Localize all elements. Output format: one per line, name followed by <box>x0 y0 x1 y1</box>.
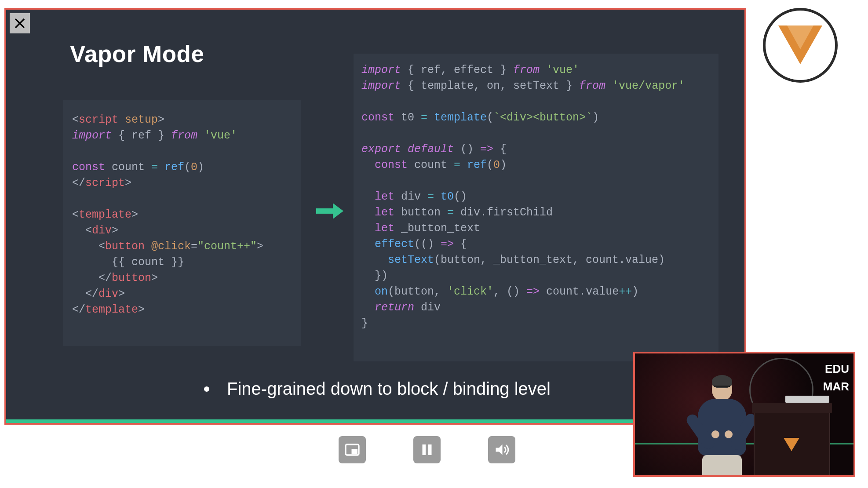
volume-icon <box>494 442 510 458</box>
pause-button[interactable] <box>413 436 441 463</box>
close-icon <box>13 17 26 30</box>
svg-rect-2 <box>316 208 333 214</box>
arrow-icon <box>316 202 343 222</box>
bullet-dot-icon <box>204 386 209 392</box>
pip-icon <box>344 442 360 458</box>
slide-title: Vapor Mode <box>70 40 204 67</box>
pip-podium <box>754 411 830 477</box>
progress-fill <box>6 419 656 423</box>
code-panel-compiled: import { ref, effect } from 'vue' import… <box>354 54 718 361</box>
vue-logo-icon <box>778 25 822 65</box>
pip-toggle-button[interactable] <box>339 436 366 463</box>
pause-icon <box>419 442 435 458</box>
vue-logo-badge <box>763 8 838 83</box>
svg-rect-10 <box>428 444 432 455</box>
slide-bullet-text: Fine-grained down to block / binding lev… <box>227 379 551 399</box>
vue-logo-small-icon <box>784 438 799 452</box>
pip-label-1: EDU <box>825 362 849 376</box>
speaker-camera-pip[interactable]: EDU MAR <box>633 352 855 477</box>
pip-label-2: MAR <box>823 380 849 393</box>
svg-marker-3 <box>333 203 343 219</box>
svg-marker-6 <box>784 438 799 451</box>
media-controls <box>339 436 515 463</box>
close-button[interactable] <box>10 13 30 33</box>
code-panel-source: <script setup> import { ref } from 'vue'… <box>63 100 301 346</box>
volume-button[interactable] <box>488 436 515 463</box>
pip-speaker-figure <box>696 378 748 477</box>
svg-rect-8 <box>352 449 358 454</box>
slide-bullet: Fine-grained down to block / binding lev… <box>204 379 551 399</box>
svg-rect-9 <box>423 444 426 455</box>
svg-marker-11 <box>496 444 503 455</box>
